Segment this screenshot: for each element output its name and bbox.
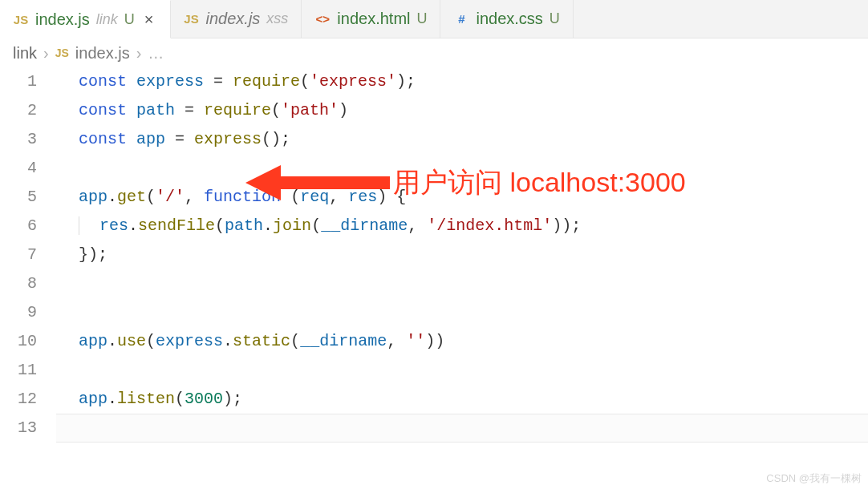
token-kw: const xyxy=(79,101,136,119)
line-number: 10 xyxy=(0,327,37,356)
tab-filename: index.js xyxy=(206,10,261,28)
token-obj: res xyxy=(99,216,128,235)
token-punct: , xyxy=(408,216,427,235)
token-punct: , xyxy=(185,188,204,206)
token-punct: . xyxy=(107,332,117,350)
token-punct: = xyxy=(175,101,204,119)
tab-index-js-link[interactable]: JSindex.jslinkU× xyxy=(0,0,171,38)
code-line[interactable] xyxy=(79,269,868,298)
token-str: '/index.html' xyxy=(427,216,552,235)
token-punct: ) { xyxy=(377,188,406,206)
token-punct: . xyxy=(263,216,273,235)
token-punct: , xyxy=(387,332,406,350)
breadcrumb-more[interactable]: … xyxy=(148,44,164,63)
token-punct: )) xyxy=(425,332,444,350)
token-num: 3000 xyxy=(185,390,223,408)
token-obj: express xyxy=(156,332,223,350)
token-punct: , xyxy=(329,188,348,206)
line-number: 12 xyxy=(0,385,37,414)
code-line[interactable]: const app = express(); xyxy=(79,125,868,154)
git-status-badge: U xyxy=(550,10,560,27)
js-file-icon: JS xyxy=(55,46,69,59)
token-punct: )); xyxy=(552,216,581,235)
tab-index-html[interactable]: <>index.htmlU xyxy=(302,0,440,38)
token-punct: . xyxy=(107,390,117,408)
code-editor[interactable]: 12345678910111213 const express = requir… xyxy=(0,67,868,443)
code-line[interactable] xyxy=(79,154,868,183)
token-str: 'path' xyxy=(281,101,339,119)
code-line[interactable]: res.sendFile(path.join(__dirname, '/inde… xyxy=(79,212,868,240)
token-param: req xyxy=(300,188,329,206)
token-call: require xyxy=(204,101,271,119)
tab-filename: index.css xyxy=(476,10,542,28)
line-number: 7 xyxy=(0,240,37,269)
token-var: path xyxy=(136,101,175,119)
token-call: listen xyxy=(117,390,175,408)
line-number: 9 xyxy=(0,298,37,327)
line-number-gutter: 12345678910111213 xyxy=(0,67,56,443)
token-param: res xyxy=(348,188,377,206)
tab-index-js-xss[interactable]: JSindex.jsxss xyxy=(171,0,302,38)
tab-filename: index.html xyxy=(337,10,410,28)
code-line[interactable] xyxy=(79,298,868,327)
token-punct: . xyxy=(128,216,138,235)
token-call: sendFile xyxy=(138,216,215,235)
token-kw: const xyxy=(79,130,136,148)
token-punct: = xyxy=(165,130,194,148)
tab-folder: xss xyxy=(266,10,288,27)
token-call: require xyxy=(233,72,300,91)
line-number: 13 xyxy=(0,414,37,443)
token-obj: path xyxy=(225,216,263,235)
line-number: 3 xyxy=(0,125,37,154)
breadcrumb-file[interactable]: index.js xyxy=(75,44,130,63)
code-line[interactable]: app.listen(3000); xyxy=(79,385,868,414)
token-punct: ( xyxy=(271,101,281,119)
tab-bar: JSindex.jslinkU×JSindex.jsxss<>index.htm… xyxy=(0,0,868,38)
token-call: get xyxy=(117,188,146,206)
line-number: 4 xyxy=(0,154,37,183)
token-punct: ( xyxy=(311,216,321,235)
token-str: '' xyxy=(406,332,425,350)
token-call: join xyxy=(273,216,311,235)
tab-index-css[interactable]: #index.cssU xyxy=(440,0,573,38)
code-line[interactable]: app.use(express.static(__dirname, '')) xyxy=(79,327,868,356)
token-punct: ); xyxy=(223,390,242,408)
breadcrumb[interactable]: link › JS index.js › … xyxy=(0,38,868,67)
token-punct: . xyxy=(223,332,233,350)
code-area[interactable]: const express = require('express');const… xyxy=(56,67,868,443)
token-punct: ( xyxy=(215,216,225,235)
token-str: '/' xyxy=(156,188,185,206)
line-number: 11 xyxy=(0,356,37,385)
code-line[interactable]: app.get('/', function (req, res) { xyxy=(79,183,868,212)
close-icon[interactable]: × xyxy=(141,10,157,29)
code-line[interactable]: const path = require('path') xyxy=(79,96,868,125)
token-punct: ( xyxy=(146,332,156,350)
token-var: app xyxy=(136,130,165,148)
token-kw: const xyxy=(79,72,136,91)
token-punct: }); xyxy=(79,245,107,264)
token-obj: app xyxy=(79,332,107,350)
code-line[interactable]: const express = require('express'); xyxy=(79,67,868,96)
token-punct: ( xyxy=(300,72,310,91)
watermark: CSDN @我有一棵树 xyxy=(766,471,862,486)
html-file-icon: <> xyxy=(314,11,331,27)
token-call: use xyxy=(117,332,146,350)
line-number: 2 xyxy=(0,96,37,125)
chevron-right-icon: › xyxy=(136,44,142,63)
code-line[interactable] xyxy=(79,356,868,385)
token-call: express xyxy=(194,130,262,148)
git-status-badge: U xyxy=(124,11,135,28)
line-number: 1 xyxy=(0,67,37,96)
code-line[interactable]: }); xyxy=(79,240,868,269)
token-punct: ) xyxy=(339,101,348,119)
token-call: static xyxy=(233,332,290,350)
token-punct: ( xyxy=(146,188,156,206)
token-kw: function xyxy=(204,188,290,206)
token-punct: ( xyxy=(290,332,300,350)
line-number: 5 xyxy=(0,183,37,212)
git-status-badge: U xyxy=(416,10,427,27)
token-obj: app xyxy=(79,390,107,408)
token-builtin: __dirname xyxy=(321,216,408,235)
token-punct: ( xyxy=(290,188,300,206)
breadcrumb-folder[interactable]: link xyxy=(13,44,37,63)
